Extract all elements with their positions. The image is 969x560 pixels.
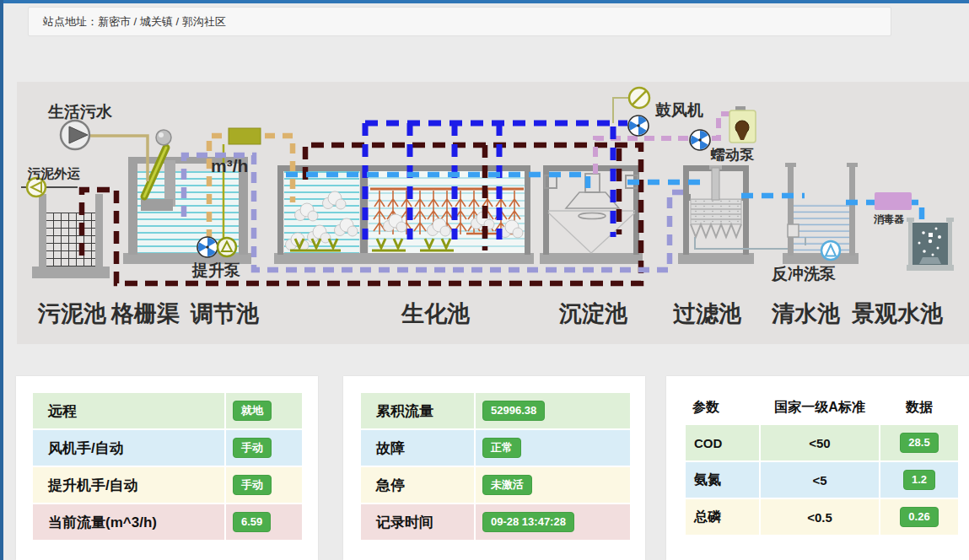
backwash-pump-icon — [821, 241, 840, 260]
column-header: 国家一级A标准 — [761, 395, 879, 420]
label-backwash-pump: 反冲洗泵 — [771, 265, 837, 283]
blower-valve-icon — [629, 88, 649, 108]
process-flow-diagram: 生活污水 污泥外运 m³/h 提升泵 鼓风机 蠕动泵 反冲洗泵 消毒器 污泥池 … — [17, 82, 969, 344]
row-label: 风机手/自动 — [33, 430, 224, 466]
value-badge: 6.59 — [233, 512, 271, 532]
status-panel-card: 累积流量 52996.38 故障 正常 急停 未激活 记录时间 09-28 13… — [343, 376, 645, 560]
table-row: 故障 正常 — [361, 430, 630, 466]
water-quality-card: 参数 国家一级A标准 数据 COD <50 28.5 氨氮 <5 1.2 总磷 … — [666, 376, 969, 560]
tank-label-biochemical: 生化池 — [401, 301, 470, 326]
site-address-text: 站点地址：新密市 / 城关镇 / 郭沟社区 — [29, 14, 226, 30]
column-header: 数据 — [880, 395, 958, 420]
status-badge: 就地 — [233, 401, 272, 421]
param-standard: <5 — [761, 462, 879, 498]
status-badge: 手动 — [233, 438, 272, 458]
landscape-pool — [907, 218, 954, 271]
peristaltic-pump-device — [729, 106, 756, 143]
sludge-out-valve-icon — [27, 178, 46, 197]
table-row: 提升机手/自动 手动 — [33, 467, 302, 503]
table-row: 远程 就地 — [33, 393, 302, 428]
label-lift-pump: 提升泵 — [191, 261, 241, 279]
filter-media — [691, 199, 741, 224]
timestamp-badge: 09-28 13:47:28 — [482, 512, 574, 532]
row-label: 提升机手/自动 — [33, 467, 224, 503]
table-row: 氨氮 <5 1.2 — [686, 462, 955, 498]
label-flow-unit: m³/h — [211, 156, 248, 175]
table-row: 记录时间 09-28 13:47:28 — [361, 504, 630, 540]
row-label: 远程 — [33, 393, 224, 428]
table-row: 总磷 <0.5 0.26 — [686, 499, 955, 535]
table-row: 累积流量 52996.38 — [361, 393, 630, 428]
site-address-bar: 站点地址：新密市 / 城关镇 / 郭沟社区 — [28, 7, 891, 36]
status-badge: 正常 — [482, 438, 521, 458]
param-name: COD — [686, 425, 759, 460]
biochemical-tank — [274, 165, 534, 264]
label-inlet: 生活污水 — [47, 103, 113, 121]
param-name: 总磷 — [686, 499, 759, 535]
label-blower: 鼓风机 — [654, 101, 703, 119]
row-label: 当前流量(m^3/h) — [33, 504, 224, 540]
tank-label-clearwater: 清水池 — [771, 301, 840, 326]
status-badge: 手动 — [233, 475, 272, 495]
control-panel-card: 远程 就地 风机手/自动 手动 提升机手/自动 手动 当前流量(m^3/h) 6… — [16, 376, 318, 560]
tank-label-landscape: 景观水池 — [851, 301, 943, 326]
value-badge: 1.2 — [903, 470, 935, 490]
param-name: 氨氮 — [686, 462, 759, 498]
row-label: 故障 — [361, 430, 474, 466]
value-badge: 0.26 — [900, 507, 938, 527]
label-disinfector: 消毒器 — [873, 213, 904, 225]
disinfector-device — [875, 192, 912, 210]
tank-label-grid: 格栅渠 — [110, 301, 180, 326]
table-header-row: 参数 国家一级A标准 数据 — [686, 395, 955, 420]
column-header: 参数 — [686, 395, 759, 420]
value-badge: 52996.38 — [482, 401, 545, 421]
table-row: 风机手/自动 手动 — [33, 430, 302, 466]
status-badge: 未激活 — [482, 475, 532, 495]
param-standard: <50 — [761, 425, 879, 460]
flow-meter — [229, 128, 261, 144]
tank-label-regulating: 调节池 — [190, 301, 259, 326]
value-badge: 28.5 — [900, 433, 938, 453]
tank-label-filter: 过滤池 — [673, 301, 741, 326]
lift-pump-icon — [218, 238, 236, 256]
left-accent-bar — [0, 0, 3, 560]
tank-label-sedimentation: 沉淀池 — [558, 301, 627, 326]
label-sludge-out: 污泥外运 — [27, 166, 81, 180]
label-peristaltic-pump: 蠕动泵 — [710, 147, 755, 163]
table-row: COD <50 28.5 — [686, 425, 955, 460]
table-row: 急停 未激活 — [361, 467, 630, 503]
screen-drive-wheel — [156, 130, 171, 145]
row-label: 记录时间 — [361, 504, 474, 540]
row-label: 急停 — [361, 467, 474, 503]
top-accent-bar — [0, 0, 969, 3]
row-label: 累积流量 — [361, 393, 474, 428]
tank-label-sludge: 污泥池 — [37, 301, 106, 326]
table-row: 当前流量(m^3/h) 6.59 — [33, 504, 302, 540]
inlet-pump-icon — [61, 121, 89, 149]
param-standard: <0.5 — [761, 499, 879, 535]
